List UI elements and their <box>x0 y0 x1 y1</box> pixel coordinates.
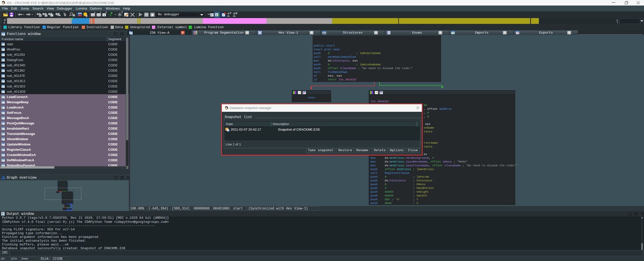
svg-text:101: 101 <box>51 15 54 17</box>
svg-text:!: ! <box>79 14 80 17</box>
svg-text:A: A <box>103 14 105 16</box>
svg-text:CODE: CODE <box>91 14 95 16</box>
svg-text:C: C <box>216 14 218 16</box>
svg-text:'s: 's <box>108 14 111 17</box>
svg-text:DATA: DATA <box>97 14 101 16</box>
svg-text:C: C <box>211 14 213 17</box>
